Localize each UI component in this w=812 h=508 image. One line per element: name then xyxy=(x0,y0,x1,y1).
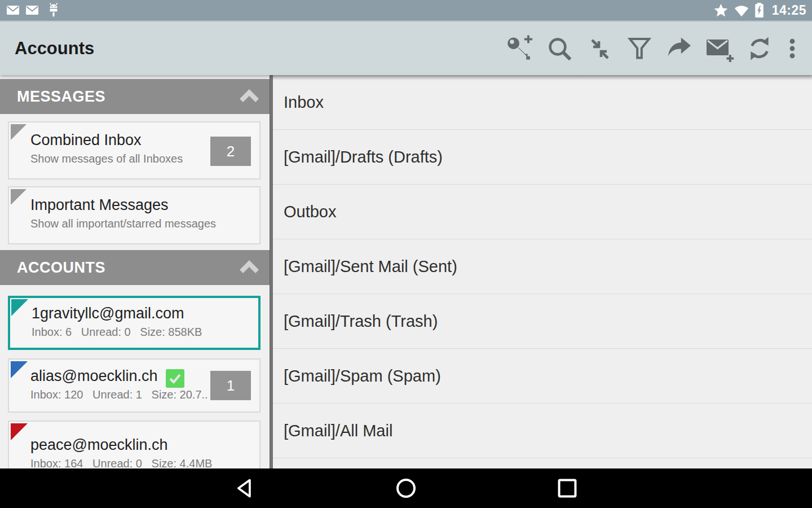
folder-list: Inbox [Gmail]/Drafts (Drafts) Outbox [Gm… xyxy=(273,75,812,468)
navigation-bar xyxy=(0,468,812,508)
account-email: 1gravityllc@gmail.com xyxy=(32,303,208,323)
folder-row-sent[interactable]: [Gmail]/Sent Mail (Sent) xyxy=(273,239,812,294)
wifi-icon xyxy=(733,3,750,17)
section-header-messages[interactable]: MESSAGES xyxy=(0,79,270,114)
mail-add-icon xyxy=(705,35,734,62)
status-time: 14:25 xyxy=(772,3,806,18)
mail-icon xyxy=(25,4,39,16)
action-bar-buttons xyxy=(499,21,805,75)
folder-row-partial[interactable] xyxy=(273,458,812,468)
corner-flag-icon xyxy=(11,361,28,378)
corner-flag-icon xyxy=(11,299,28,316)
mail-icon xyxy=(6,4,20,16)
card-text: Combined Inbox Show messages of all Inbo… xyxy=(30,130,209,167)
collapse-icon xyxy=(586,35,613,62)
key-add-icon xyxy=(505,34,533,63)
section-title: MESSAGES xyxy=(17,88,105,106)
recents-icon xyxy=(556,477,579,500)
card-text: 1gravityllc@gmail.com Inbox: 6 Unread: 0… xyxy=(32,303,208,340)
home-button[interactable] xyxy=(382,468,430,508)
unread-count-badge: 1 xyxy=(210,371,251,400)
search-icon xyxy=(546,35,573,62)
folder-label: [Gmail]/Sent Mail (Sent) xyxy=(284,257,457,276)
account-stats: Inbox: 120 Unread: 1 Size: 20.7.. xyxy=(30,386,209,403)
card-text: Important Messages Show all important/st… xyxy=(30,195,209,232)
folder-label: [Gmail]/Spam (Spam) xyxy=(284,367,441,386)
account-checked-icon[interactable] xyxy=(166,369,184,388)
sidebar: MESSAGES Combined Inbox Show messages of… xyxy=(0,75,270,468)
sync-button[interactable] xyxy=(739,28,779,69)
account-item-alias[interactable]: alias@moecklin.ch Inbox: 120 Unread: 1 S… xyxy=(8,358,261,413)
unread-count-badge: 2 xyxy=(210,137,251,166)
android-icon xyxy=(47,2,60,19)
account-item-1gravityllc[interactable]: 1gravityllc@gmail.com Inbox: 6 Unread: 0… xyxy=(8,296,261,350)
item-subtitle: Show messages of all Inboxes xyxy=(30,150,209,167)
card-text: peace@moecklin.ch Inbox: 164 Unread: 0 S… xyxy=(30,435,209,468)
folder-row-outbox[interactable]: Outbox xyxy=(273,185,812,239)
check-icon xyxy=(166,369,184,388)
account-email: peace@moecklin.ch xyxy=(30,435,209,455)
folder-label: [Gmail]/All Mail xyxy=(284,422,392,440)
page-title: Accounts xyxy=(15,38,94,59)
item-subtitle: Show all important/starred messages xyxy=(30,215,209,232)
status-notification-icons xyxy=(6,2,60,19)
recents-button[interactable] xyxy=(543,468,592,508)
action-bar: Accounts xyxy=(0,20,812,75)
back-button[interactable] xyxy=(220,468,269,508)
section-title: ACCOUNTS xyxy=(17,259,105,277)
filter-button[interactable] xyxy=(619,28,659,69)
chevron-up-icon xyxy=(238,89,261,104)
screen: 14:25 Accounts xyxy=(0,0,812,508)
overflow-menu-button[interactable] xyxy=(779,28,805,69)
search-button[interactable] xyxy=(539,28,579,69)
corner-flag-icon xyxy=(11,124,27,140)
account-stats: Inbox: 6 Unread: 0 Size: 858KB xyxy=(32,323,208,340)
compose-mail-button[interactable] xyxy=(699,28,739,69)
account-item-peace[interactable]: peace@moecklin.ch Inbox: 164 Unread: 0 S… xyxy=(8,421,261,468)
account-stats: Inbox: 164 Unread: 0 Size: 4.4MB xyxy=(30,455,209,468)
forward-button[interactable] xyxy=(659,28,699,69)
back-icon xyxy=(233,477,256,500)
overflow-icon xyxy=(780,35,805,62)
corner-flag-icon xyxy=(11,189,27,205)
folder-row-all-mail[interactable]: [Gmail]/All Mail xyxy=(273,404,812,458)
folder-row-inbox[interactable]: Inbox xyxy=(273,75,812,130)
folder-label: [Gmail]/Drafts (Drafts) xyxy=(284,148,443,167)
messages-item-important[interactable]: Important Messages Show all important/st… xyxy=(8,186,261,244)
home-icon xyxy=(395,477,417,500)
corner-flag-icon xyxy=(11,423,28,440)
folder-row-drafts[interactable]: [Gmail]/Drafts (Drafts) xyxy=(273,130,812,185)
collapse-all-button[interactable] xyxy=(579,28,619,69)
folder-label: [Gmail]/Trash (Trash) xyxy=(284,312,438,331)
status-bar: 14:25 xyxy=(0,0,812,20)
item-title: Important Messages xyxy=(30,195,209,215)
folder-row-trash[interactable]: [Gmail]/Trash (Trash) xyxy=(273,294,812,349)
section-header-accounts[interactable]: ACCOUNTS xyxy=(0,250,270,285)
sync-icon xyxy=(746,35,773,62)
messages-item-combined-inbox[interactable]: Combined Inbox Show messages of all Inbo… xyxy=(8,121,261,179)
folder-label: Inbox xyxy=(284,93,324,112)
chevron-up-icon xyxy=(238,260,261,275)
star-icon xyxy=(713,3,729,18)
folder-row-spam[interactable]: [Gmail]/Spam (Spam) xyxy=(273,349,812,404)
status-system-icons: 14:25 xyxy=(713,2,806,18)
filter-icon xyxy=(626,35,653,62)
battery-charging-icon xyxy=(754,2,764,18)
forward-icon xyxy=(666,35,693,62)
item-title: Combined Inbox xyxy=(30,130,209,150)
add-account-button[interactable] xyxy=(499,28,539,69)
folder-label: Outbox xyxy=(284,203,337,221)
